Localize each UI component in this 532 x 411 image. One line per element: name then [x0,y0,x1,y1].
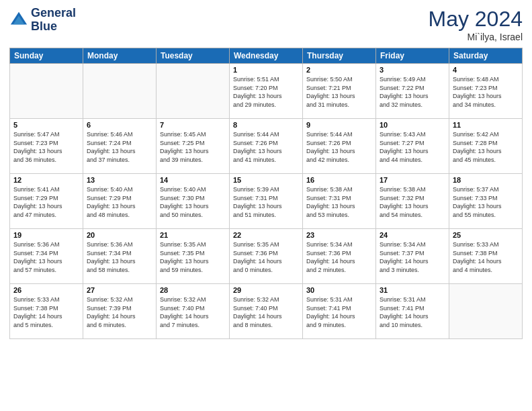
day-number: 1 [233,66,299,74]
day-number: 16 [306,176,372,184]
day-number: 31 [380,286,445,294]
calendar-day-cell: 3Sunrise: 5:49 AM Sunset: 7:22 PM Daylig… [376,64,449,119]
calendar-week-row: 19Sunrise: 5:36 AM Sunset: 7:34 PM Dayli… [10,229,523,284]
day-info: Sunrise: 5:46 AM Sunset: 7:24 PM Dayligh… [87,130,152,164]
day-number: 4 [453,66,519,74]
location: Mi`ilya, Israel [428,32,523,42]
calendar-day-cell [449,284,523,339]
calendar-day-cell: 23Sunrise: 5:34 AM Sunset: 7:36 PM Dayli… [303,229,376,284]
day-info: Sunrise: 5:45 AM Sunset: 7:25 PM Dayligh… [160,130,226,164]
day-info: Sunrise: 5:36 AM Sunset: 7:34 PM Dayligh… [87,240,152,274]
day-info: Sunrise: 5:34 AM Sunset: 7:37 PM Dayligh… [380,240,445,274]
day-number: 3 [380,66,445,74]
day-number: 17 [380,176,445,184]
day-number: 12 [13,176,79,184]
calendar-day-cell: 30Sunrise: 5:31 AM Sunset: 7:41 PM Dayli… [303,284,376,339]
day-number: 21 [160,231,226,239]
day-info: Sunrise: 5:32 AM Sunset: 7:40 PM Dayligh… [233,295,299,329]
day-number: 24 [380,231,445,239]
calendar-day-cell: 11Sunrise: 5:42 AM Sunset: 7:28 PM Dayli… [449,119,523,174]
calendar-day-cell [10,64,83,119]
calendar-day-cell: 20Sunrise: 5:36 AM Sunset: 7:34 PM Dayli… [83,229,157,284]
day-info: Sunrise: 5:40 AM Sunset: 7:30 PM Dayligh… [160,185,226,219]
calendar-day-cell: 6Sunrise: 5:46 AM Sunset: 7:24 PM Daylig… [83,119,157,174]
day-info: Sunrise: 5:43 AM Sunset: 7:27 PM Dayligh… [380,130,445,164]
calendar-day-cell: 4Sunrise: 5:48 AM Sunset: 7:23 PM Daylig… [449,64,523,119]
calendar-day-cell: 17Sunrise: 5:38 AM Sunset: 7:32 PM Dayli… [376,174,449,229]
calendar-day-cell: 1Sunrise: 5:51 AM Sunset: 7:20 PM Daylig… [230,64,303,119]
title-block: May 2024 Mi`ilya, Israel [428,7,523,42]
calendar-week-row: 12Sunrise: 5:41 AM Sunset: 7:29 PM Dayli… [10,174,523,229]
calendar-day-cell: 5Sunrise: 5:47 AM Sunset: 7:23 PM Daylig… [10,119,83,174]
day-info: Sunrise: 5:41 AM Sunset: 7:29 PM Dayligh… [13,185,79,219]
day-number: 7 [160,121,226,129]
day-info: Sunrise: 5:33 AM Sunset: 7:38 PM Dayligh… [13,295,79,329]
logo-icon [9,11,28,30]
calendar-day-cell: 13Sunrise: 5:40 AM Sunset: 7:29 PM Dayli… [83,174,157,229]
calendar-day-cell: 12Sunrise: 5:41 AM Sunset: 7:29 PM Dayli… [10,174,83,229]
calendar-day-cell: 2Sunrise: 5:50 AM Sunset: 7:21 PM Daylig… [303,64,376,119]
calendar-day-cell: 10Sunrise: 5:43 AM Sunset: 7:27 PM Dayli… [376,119,449,174]
day-number: 6 [87,121,152,129]
month-title: May 2024 [428,7,523,32]
day-info: Sunrise: 5:44 AM Sunset: 7:26 PM Dayligh… [233,130,299,164]
calendar-day-cell: 27Sunrise: 5:32 AM Sunset: 7:39 PM Dayli… [83,284,157,339]
day-info: Sunrise: 5:34 AM Sunset: 7:36 PM Dayligh… [306,240,372,274]
calendar-day-cell: 26Sunrise: 5:33 AM Sunset: 7:38 PM Dayli… [10,284,83,339]
calendar-week-row: 5Sunrise: 5:47 AM Sunset: 7:23 PM Daylig… [10,119,523,174]
calendar-day-cell: 28Sunrise: 5:32 AM Sunset: 7:40 PM Dayli… [157,284,230,339]
day-info: Sunrise: 5:48 AM Sunset: 7:23 PM Dayligh… [453,75,519,109]
day-info: Sunrise: 5:31 AM Sunset: 7:41 PM Dayligh… [306,295,372,329]
day-number: 13 [87,176,152,184]
day-number: 15 [233,176,299,184]
day-of-week-header: Tuesday [157,48,230,64]
day-number: 18 [453,176,519,184]
day-number: 27 [87,286,152,294]
day-info: Sunrise: 5:42 AM Sunset: 7:28 PM Dayligh… [453,130,519,164]
calendar-day-cell: 19Sunrise: 5:36 AM Sunset: 7:34 PM Dayli… [10,229,83,284]
day-info: Sunrise: 5:50 AM Sunset: 7:21 PM Dayligh… [306,75,372,109]
calendar-day-cell: 24Sunrise: 5:34 AM Sunset: 7:37 PM Dayli… [376,229,449,284]
calendar-day-cell [83,64,157,119]
day-number: 8 [233,121,299,129]
day-info: Sunrise: 5:40 AM Sunset: 7:29 PM Dayligh… [87,185,152,219]
day-of-week-header: Thursday [303,48,376,64]
day-of-week-header: Wednesday [230,48,303,64]
day-info: Sunrise: 5:44 AM Sunset: 7:26 PM Dayligh… [306,130,372,164]
day-info: Sunrise: 5:35 AM Sunset: 7:35 PM Dayligh… [160,240,226,274]
day-info: Sunrise: 5:49 AM Sunset: 7:22 PM Dayligh… [380,75,445,109]
page: General Blue May 2024 Mi`ilya, Israel Su… [0,0,532,411]
day-number: 25 [453,231,519,239]
calendar-day-cell: 31Sunrise: 5:31 AM Sunset: 7:41 PM Dayli… [376,284,449,339]
day-number: 11 [453,121,519,129]
day-info: Sunrise: 5:38 AM Sunset: 7:32 PM Dayligh… [380,185,445,219]
day-number: 30 [306,286,372,294]
calendar-day-cell: 29Sunrise: 5:32 AM Sunset: 7:40 PM Dayli… [230,284,303,339]
day-number: 22 [233,231,299,239]
day-number: 19 [13,231,79,239]
day-info: Sunrise: 5:39 AM Sunset: 7:31 PM Dayligh… [233,185,299,219]
day-info: Sunrise: 5:31 AM Sunset: 7:41 PM Dayligh… [380,295,445,329]
calendar-week-row: 1Sunrise: 5:51 AM Sunset: 7:20 PM Daylig… [10,64,523,119]
calendar-day-cell: 22Sunrise: 5:35 AM Sunset: 7:36 PM Dayli… [230,229,303,284]
calendar-day-cell: 21Sunrise: 5:35 AM Sunset: 7:35 PM Dayli… [157,229,230,284]
day-of-week-header: Friday [376,48,449,64]
day-info: Sunrise: 5:51 AM Sunset: 7:20 PM Dayligh… [233,75,299,109]
calendar-day-cell: 25Sunrise: 5:33 AM Sunset: 7:38 PM Dayli… [449,229,523,284]
calendar-header-row: SundayMondayTuesdayWednesdayThursdayFrid… [10,48,523,64]
calendar-day-cell: 9Sunrise: 5:44 AM Sunset: 7:26 PM Daylig… [303,119,376,174]
calendar-week-row: 26Sunrise: 5:33 AM Sunset: 7:38 PM Dayli… [10,284,523,339]
header: General Blue May 2024 Mi`ilya, Israel [9,7,523,42]
calendar-day-cell [157,64,230,119]
day-number: 10 [380,121,445,129]
day-info: Sunrise: 5:32 AM Sunset: 7:39 PM Dayligh… [87,295,152,329]
day-info: Sunrise: 5:36 AM Sunset: 7:34 PM Dayligh… [13,240,79,274]
day-number: 28 [160,286,226,294]
day-number: 9 [306,121,372,129]
calendar-day-cell: 14Sunrise: 5:40 AM Sunset: 7:30 PM Dayli… [157,174,230,229]
calendar-day-cell: 18Sunrise: 5:37 AM Sunset: 7:33 PM Dayli… [449,174,523,229]
day-of-week-header: Saturday [449,48,523,64]
calendar-day-cell: 15Sunrise: 5:39 AM Sunset: 7:31 PM Dayli… [230,174,303,229]
calendar-day-cell: 8Sunrise: 5:44 AM Sunset: 7:26 PM Daylig… [230,119,303,174]
day-info: Sunrise: 5:32 AM Sunset: 7:40 PM Dayligh… [160,295,226,329]
